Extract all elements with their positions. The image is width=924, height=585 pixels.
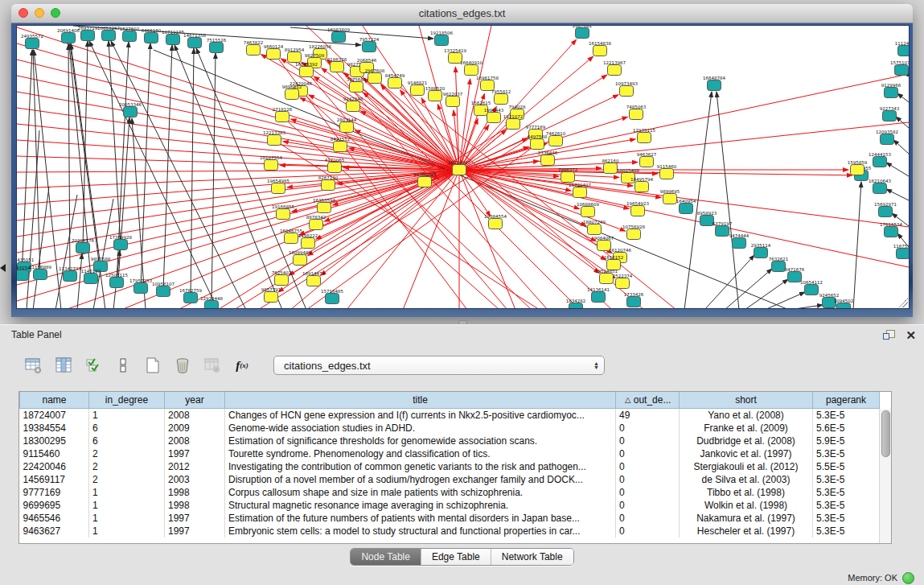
graph-node[interactable] — [76, 243, 90, 253]
graph-node[interactable] — [680, 204, 693, 214]
graph-node[interactable] — [873, 157, 887, 167]
show-columns-icon[interactable] — [54, 356, 73, 375]
graph-node[interactable] — [418, 177, 432, 187]
graph-node[interactable] — [592, 292, 606, 303]
graph-node[interactable] — [62, 33, 76, 43]
graph-edge[interactable] — [17, 43, 459, 170]
column-header-short[interactable]: short — [680, 392, 813, 409]
graph-node[interactable] — [573, 187, 587, 198]
graph-edge[interactable] — [853, 182, 861, 308]
window-titlebar[interactable]: citations_edges.txt — [11, 4, 913, 23]
graph-node[interactable] — [265, 160, 278, 171]
graph-node[interactable] — [326, 294, 339, 304]
graph-node[interactable] — [318, 203, 331, 213]
graph-node[interactable] — [328, 163, 342, 173]
graph-edge[interactable] — [745, 279, 788, 308]
graph-node[interactable] — [300, 67, 314, 77]
canvas-resize-grip[interactable] — [898, 298, 908, 307]
column-header-year[interactable]: year — [165, 392, 225, 409]
minimize-window-button[interactable] — [35, 8, 44, 18]
column-settings-icon[interactable] — [24, 356, 43, 375]
graph-node[interactable] — [267, 49, 281, 60]
graph-node[interactable] — [331, 62, 344, 72]
graph-node[interactable] — [879, 207, 893, 217]
graph-node[interactable] — [34, 270, 47, 280]
graph-node[interactable] — [435, 35, 449, 46]
graph-node[interactable] — [635, 182, 649, 192]
graph-node[interactable] — [166, 35, 180, 45]
graph-node[interactable] — [268, 135, 281, 146]
graph-node[interactable] — [64, 271, 77, 282]
graph-edge[interactable] — [17, 170, 459, 188]
graph-node[interactable] — [275, 275, 289, 286]
graph-edge[interactable] — [725, 269, 772, 308]
graph-node[interactable] — [453, 165, 466, 175]
graph-node[interactable] — [593, 46, 607, 56]
graph-node[interactable] — [772, 262, 786, 272]
table-row[interactable]: 977716911998Corpus callosum shape and si… — [20, 486, 880, 499]
graph-edge[interactable] — [897, 93, 909, 102]
graph-node[interactable] — [588, 225, 602, 235]
graph-edge[interactable] — [893, 140, 909, 154]
graph-node[interactable] — [145, 33, 158, 43]
graph-node[interactable] — [531, 139, 544, 150]
graph-node[interactable] — [895, 65, 909, 76]
table-row[interactable]: 946362711997Embryonic stem cells: a mode… — [20, 525, 880, 538]
graph-node[interactable] — [549, 136, 563, 146]
graph-node[interactable] — [898, 46, 910, 56]
graph-node[interactable] — [733, 238, 746, 249]
graph-node[interactable] — [388, 78, 402, 89]
graph-node[interactable] — [638, 133, 651, 143]
graph-node[interactable] — [81, 31, 95, 41]
graph-node[interactable] — [631, 206, 645, 216]
graph-edge[interactable] — [765, 292, 805, 308]
graph-node[interactable] — [205, 301, 219, 309]
graph-node[interactable] — [581, 207, 595, 217]
graph-node[interactable] — [332, 32, 346, 43]
graph-edge[interactable] — [290, 170, 459, 308]
graph-node[interactable] — [334, 142, 347, 152]
graph-node[interactable] — [754, 248, 768, 258]
graph-node[interactable] — [294, 255, 307, 266]
graph-node[interactable] — [247, 45, 261, 56]
graph-node[interactable] — [788, 272, 802, 282]
table-row[interactable]: 946554611997Estimation of the future num… — [20, 512, 880, 525]
graph-node[interactable] — [885, 88, 898, 98]
graph-node[interactable] — [340, 122, 354, 133]
graph-node[interactable] — [576, 28, 589, 39]
graph-node[interactable] — [265, 292, 278, 303]
network-canvas[interactable]: 1872400724935572206914062693719106532671… — [16, 25, 910, 309]
graph-edge[interactable] — [22, 50, 32, 275]
graph-node[interactable] — [26, 39, 39, 49]
graph-node[interactable] — [608, 65, 622, 76]
graph-node[interactable] — [507, 119, 520, 130]
graph-edge[interactable] — [459, 74, 909, 170]
graph-node[interactable] — [561, 172, 575, 183]
table-row[interactable]: 969969511998Structural magnetic resonanc… — [20, 499, 880, 512]
graph-node[interactable] — [881, 134, 894, 145]
graph-edge[interactable] — [17, 170, 459, 172]
column-header-title[interactable]: title — [225, 392, 616, 409]
graph-node[interactable] — [897, 249, 910, 259]
graph-node[interactable] — [620, 86, 634, 97]
graph-node[interactable] — [123, 31, 137, 42]
graph-node[interactable] — [184, 293, 198, 303]
graph-node[interactable] — [276, 112, 290, 122]
graph-node[interactable] — [114, 240, 128, 250]
graph-node[interactable] — [272, 183, 285, 194]
graph-edge[interactable] — [55, 195, 77, 308]
graph-node[interactable] — [851, 165, 864, 175]
graph-node[interactable] — [285, 233, 298, 244]
graph-node[interactable] — [110, 278, 124, 288]
graph-node[interactable] — [883, 111, 897, 122]
graph-edge[interactable] — [89, 41, 218, 308]
graph-node[interactable] — [302, 238, 315, 249]
tab-network-table[interactable]: Network Table — [491, 549, 573, 565]
graph-node[interactable] — [805, 285, 819, 295]
panel-collapse-arrow-icon[interactable] — [0, 264, 6, 272]
graph-node[interactable] — [347, 101, 360, 112]
select-columns-icon[interactable] — [84, 356, 103, 375]
graph-node[interactable] — [663, 194, 677, 204]
graph-edge[interactable] — [33, 50, 40, 274]
column-header-name[interactable]: name — [20, 392, 89, 409]
